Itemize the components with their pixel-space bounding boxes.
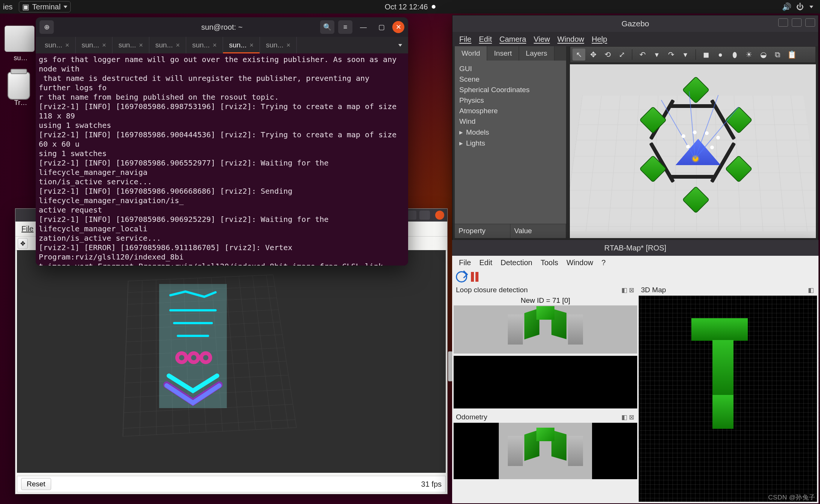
- loop-closure-match-view[interactable]: [454, 356, 637, 408]
- search-button[interactable]: 🔍: [320, 20, 334, 34]
- gazebo-menu-window[interactable]: Window: [554, 33, 587, 45]
- gazebo-side-tab-layers[interactable]: Layers: [519, 46, 554, 61]
- gazebo-window[interactable]: Gazebo FileEditCameraViewWindowHelp Worl…: [452, 15, 818, 241]
- undock-icon[interactable]: ◧: [808, 286, 814, 294]
- sphere-icon[interactable]: ●: [714, 49, 727, 61]
- tree-item[interactable]: Atmosphere: [459, 106, 562, 116]
- trash-icon[interactable]: [8, 72, 30, 100]
- rviz-menu-file[interactable]: File: [18, 223, 37, 235]
- cursor-icon[interactable]: ↖: [572, 49, 585, 61]
- terminal-tab[interactable]: sun...×: [149, 37, 186, 53]
- rtab-menu-detection[interactable]: Detection: [497, 257, 536, 268]
- terminal-tab[interactable]: sun...×: [260, 37, 297, 53]
- terminal-titlebar[interactable]: ⊕ sun@root: ~ 🔍 ≡ — ▢ ✕: [36, 17, 408, 37]
- close-button[interactable]: [805, 18, 815, 27]
- undock-icon[interactable]: ◧: [621, 286, 627, 294]
- tab-close-icon[interactable]: ×: [102, 41, 106, 49]
- 3d-map-view[interactable]: [639, 296, 817, 502]
- spotlight-icon[interactable]: ◒: [757, 49, 770, 61]
- scale-icon[interactable]: ⤢: [615, 49, 628, 61]
- rtab-menu-file[interactable]: File: [455, 257, 475, 268]
- undo-icon[interactable]: ↶: [636, 49, 649, 61]
- gazebo-3d-view[interactable]: [570, 64, 816, 238]
- terminal-tab[interactable]: sun...×: [112, 37, 149, 53]
- move-camera-tool-icon[interactable]: ✥: [18, 238, 28, 249]
- maximize-button[interactable]: ▢: [374, 20, 389, 34]
- rtabmap-titlebar[interactable]: RTAB-Map* [ROS]: [452, 240, 818, 256]
- tree-item-expandable[interactable]: Lights: [459, 138, 562, 149]
- tree-item[interactable]: Wind: [459, 116, 562, 127]
- gazebo-menu-edit[interactable]: Edit: [476, 33, 495, 45]
- undock-icon[interactable]: ◧: [621, 413, 627, 421]
- move-icon[interactable]: ✥: [587, 49, 600, 61]
- maximize-button[interactable]: [419, 211, 430, 220]
- tree-item[interactable]: Spherical Coordinates: [459, 85, 562, 95]
- tabs-overflow-button[interactable]: [392, 37, 408, 53]
- rtabmap-window[interactable]: RTAB-Map* [ROS] FileEditDetectionToolsWi…: [452, 240, 818, 503]
- minimize-button[interactable]: [778, 18, 788, 27]
- odometry-view-right[interactable]: [592, 423, 637, 479]
- minimize-button[interactable]: —: [356, 20, 371, 34]
- gazebo-menu-file[interactable]: File: [456, 33, 474, 45]
- tab-close-icon[interactable]: ×: [249, 41, 254, 49]
- rotate-icon[interactable]: ⟲: [601, 49, 614, 61]
- volume-icon[interactable]: 🔊: [782, 3, 791, 11]
- rviz-3d-view[interactable]: [17, 250, 446, 473]
- hamburger-menu-button[interactable]: ≡: [338, 20, 352, 34]
- desktop-folder-icon[interactable]: [5, 26, 35, 52]
- rtab-menu-tools[interactable]: Tools: [537, 257, 562, 268]
- sun-icon[interactable]: ☀: [743, 49, 755, 61]
- reset-button[interactable]: Reset: [21, 478, 51, 490]
- loop-closure-view[interactable]: [454, 305, 637, 354]
- close-button[interactable]: [435, 211, 444, 220]
- tree-item[interactable]: Scene: [459, 74, 562, 85]
- terminal-tab[interactable]: sun...×: [76, 37, 112, 53]
- rtab-menu-help[interactable]: ?: [598, 257, 609, 268]
- caret-icon[interactable]: ▾: [679, 49, 692, 61]
- paste-icon[interactable]: 📋: [785, 49, 798, 61]
- terminal-tab[interactable]: sun...×: [186, 37, 223, 53]
- pause-icon[interactable]: [471, 272, 478, 282]
- gazebo-side-tab-insert[interactable]: Insert: [487, 46, 519, 61]
- copy-icon[interactable]: ⧉: [771, 49, 784, 61]
- refresh-icon[interactable]: [456, 271, 467, 282]
- terminal-tab[interactable]: sun...×: [39, 37, 76, 53]
- terminal-window[interactable]: ⊕ sun@root: ~ 🔍 ≡ — ▢ ✕ sun...×sun...×su…: [36, 17, 408, 266]
- gazebo-side-tab-world[interactable]: World: [455, 46, 487, 61]
- tab-close-icon[interactable]: ×: [139, 41, 143, 49]
- redo-icon[interactable]: ↷: [665, 49, 677, 61]
- gazebo-titlebar[interactable]: Gazebo: [453, 15, 818, 32]
- rtab-menu-window[interactable]: Window: [563, 257, 597, 268]
- odometry-view-center[interactable]: [499, 423, 592, 479]
- close-panel-icon[interactable]: ⊠: [629, 286, 634, 294]
- tree-item[interactable]: GUI: [459, 64, 562, 74]
- gazebo-world-tree[interactable]: GUISceneSpherical CoordinatesPhysicsAtmo…: [455, 61, 566, 224]
- gazebo-menu-camera[interactable]: Camera: [497, 33, 529, 45]
- terminal-output[interactable]: gs for that logger name will go out over…: [36, 53, 408, 266]
- close-panel-icon[interactable]: ⊠: [629, 413, 634, 421]
- system-menu-caret-icon[interactable]: [809, 6, 813, 8]
- tab-close-icon[interactable]: ×: [286, 41, 290, 49]
- terminal-tab[interactable]: sun...×: [223, 37, 260, 53]
- rtab-menu-edit[interactable]: Edit: [475, 257, 496, 268]
- tab-close-icon[interactable]: ×: [65, 41, 69, 49]
- new-tab-button[interactable]: ⊕: [39, 20, 54, 34]
- activities-label[interactable]: ies: [3, 3, 13, 11]
- gazebo-menu-view[interactable]: View: [531, 33, 553, 45]
- cylinder-icon[interactable]: ⬮: [728, 49, 741, 61]
- gazebo-menu-help[interactable]: Help: [589, 33, 610, 45]
- tab-close-icon[interactable]: ×: [176, 41, 180, 49]
- tree-item[interactable]: Physics: [459, 95, 562, 106]
- property-col: Property: [455, 224, 510, 238]
- power-icon[interactable]: ⏻: [796, 3, 804, 11]
- clock[interactable]: Oct 12 12:46: [385, 3, 428, 11]
- box-icon[interactable]: ◼: [700, 49, 712, 61]
- tab-close-icon[interactable]: ×: [213, 41, 217, 49]
- tree-item-expandable[interactable]: Models: [459, 127, 562, 138]
- close-button[interactable]: ✕: [392, 21, 404, 33]
- caret-icon[interactable]: ▾: [650, 49, 663, 61]
- app-menu[interactable]: ▣ Terminal: [19, 1, 71, 12]
- loop-closure-thumbnail: [500, 307, 591, 352]
- odometry-view-left[interactable]: [454, 423, 499, 479]
- maximize-button[interactable]: [792, 18, 802, 27]
